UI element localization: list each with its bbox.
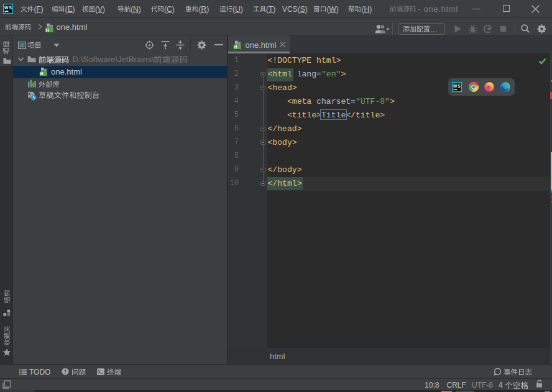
svg-text:WS: WS (453, 84, 461, 88)
svg-text:WS: WS (4, 6, 12, 10)
svg-text:H: H (40, 71, 44, 76)
svg-text:H: H (234, 45, 237, 49)
svg-text:H: H (45, 28, 48, 32)
